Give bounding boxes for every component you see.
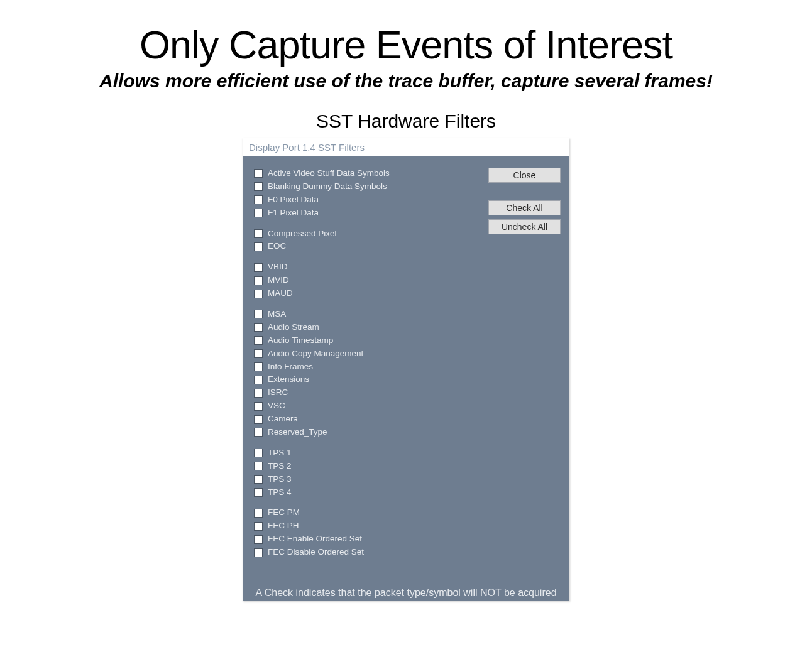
filter-checkbox[interactable]	[254, 428, 263, 437]
section-header: SST Hardware Filters	[0, 111, 812, 132]
filter-label: Audio Timestamp	[268, 335, 333, 347]
filter-checkbox[interactable]	[254, 195, 263, 204]
filter-row[interactable]: F0 Pixel Data	[254, 194, 442, 206]
filter-row[interactable]: Audio Timestamp	[254, 335, 442, 347]
filter-label: FEC Disable Ordered Set	[268, 546, 364, 558]
filter-row[interactable]: FEC Disable Ordered Set	[254, 546, 442, 558]
filter-label: MSA	[268, 308, 286, 320]
filter-checkbox[interactable]	[254, 488, 263, 497]
filter-label: Info Frames	[268, 361, 313, 373]
page-title: Only Capture Events of Interest	[0, 22, 812, 67]
filter-checkbox[interactable]	[254, 522, 263, 531]
filter-checkbox[interactable]	[254, 209, 263, 217]
filter-label: TPS 3	[268, 474, 292, 486]
close-button[interactable]: Close	[488, 168, 561, 183]
filter-label: Audio Stream	[268, 322, 319, 334]
filters-column: Active Video Stuff Data SymbolsBlanking …	[254, 168, 442, 558]
footer-note: A Check indicates that the packet type/s…	[243, 584, 569, 601]
dialog-title: Display Port 1.4 SST Filters	[243, 138, 569, 156]
check-all-button[interactable]: Check All	[488, 200, 561, 215]
filter-row[interactable]: TPS 4	[254, 487, 442, 499]
filter-checkbox[interactable]	[254, 402, 263, 411]
filter-label: VBID	[268, 261, 288, 273]
filter-checkbox[interactable]	[254, 462, 263, 470]
filter-row[interactable]: VBID	[254, 261, 442, 273]
filter-checkbox[interactable]	[254, 229, 263, 238]
filter-checkbox[interactable]	[254, 415, 263, 424]
filter-group: FEC PMFEC PHFEC Enable Ordered SetFEC Di…	[254, 507, 442, 558]
filter-row[interactable]: TPS 3	[254, 474, 442, 486]
filter-checkbox[interactable]	[254, 276, 263, 285]
filter-label: TPS 1	[268, 447, 292, 459]
filter-checkbox[interactable]	[254, 290, 263, 298]
filter-row[interactable]: Reserved_Type	[254, 427, 442, 438]
filter-label: TPS 2	[268, 460, 292, 472]
filter-row[interactable]: MAUD	[254, 288, 442, 300]
filter-label: FEC PH	[268, 520, 299, 532]
filter-checkbox[interactable]	[254, 169, 263, 178]
filter-checkbox[interactable]	[254, 242, 263, 251]
filter-row[interactable]: MVID	[254, 275, 442, 286]
filter-checkbox[interactable]	[254, 349, 263, 358]
filter-row[interactable]: FEC PM	[254, 507, 442, 519]
filter-label: VSC	[268, 400, 285, 412]
filter-group: VBIDMVIDMAUD	[254, 261, 442, 300]
filter-checkbox[interactable]	[254, 263, 263, 272]
filter-row[interactable]: Compressed Pixel	[254, 228, 442, 240]
filter-row[interactable]: Audio Stream	[254, 322, 442, 334]
filter-label: Extensions	[268, 374, 309, 386]
filter-label: Camera	[268, 413, 298, 425]
filter-label: Audio Copy Management	[268, 348, 363, 360]
filter-checkbox[interactable]	[254, 362, 263, 371]
filter-row[interactable]: Extensions	[254, 374, 442, 386]
filter-row[interactable]: Camera	[254, 413, 442, 425]
buttons-column: Close Check All Uncheck All	[488, 168, 561, 234]
filter-row[interactable]: ISRC	[254, 387, 442, 399]
filter-row[interactable]: TPS 2	[254, 460, 442, 472]
filter-checkbox[interactable]	[254, 548, 263, 557]
filter-checkbox[interactable]	[254, 182, 263, 191]
filter-group: MSAAudio StreamAudio TimestampAudio Copy…	[254, 308, 442, 438]
uncheck-all-button[interactable]: Uncheck All	[488, 219, 561, 234]
filter-row[interactable]: Blanking Dummy Data Symbols	[254, 181, 442, 193]
filter-label: Active Video Stuff Data Symbols	[268, 168, 390, 180]
filter-label: F0 Pixel Data	[268, 194, 319, 206]
sst-filters-dialog: Display Port 1.4 SST Filters Active Vide…	[243, 138, 569, 601]
filter-checkbox[interactable]	[254, 310, 263, 318]
filter-label: TPS 4	[268, 487, 292, 499]
filter-checkbox[interactable]	[254, 475, 263, 484]
filter-checkbox[interactable]	[254, 449, 263, 457]
filter-label: FEC Enable Ordered Set	[268, 533, 362, 545]
filter-label: F1 Pixel Data	[268, 207, 319, 219]
filter-label: FEC PM	[268, 507, 300, 519]
filter-checkbox[interactable]	[254, 509, 263, 518]
page-subtitle: Allows more efficient use of the trace b…	[0, 70, 812, 92]
filter-label: Reserved_Type	[268, 427, 327, 438]
filter-row[interactable]: TPS 1	[254, 447, 442, 459]
filter-label: MAUD	[268, 288, 293, 300]
filter-checkbox[interactable]	[254, 323, 263, 332]
filter-row[interactable]: Info Frames	[254, 361, 442, 373]
filter-label: ISRC	[268, 387, 288, 399]
filter-label: Compressed Pixel	[268, 228, 337, 240]
filter-row[interactable]: EOC	[254, 241, 442, 253]
filter-row[interactable]: Audio Copy Management	[254, 348, 442, 360]
filter-checkbox[interactable]	[254, 389, 263, 398]
filter-row[interactable]: VSC	[254, 400, 442, 412]
filter-group: Compressed PixelEOC	[254, 228, 442, 253]
filter-label: Blanking Dummy Data Symbols	[268, 181, 387, 193]
filter-label: EOC	[268, 241, 286, 253]
filter-checkbox[interactable]	[254, 336, 263, 345]
dialog-body: Active Video Stuff Data SymbolsBlanking …	[243, 156, 569, 584]
filter-row[interactable]: FEC Enable Ordered Set	[254, 533, 442, 545]
filter-row[interactable]: Active Video Stuff Data Symbols	[254, 168, 442, 180]
filter-checkbox[interactable]	[254, 535, 263, 544]
filter-row[interactable]: F1 Pixel Data	[254, 207, 442, 219]
filter-checkbox[interactable]	[254, 376, 263, 384]
filter-row[interactable]: MSA	[254, 308, 442, 320]
filter-label: MVID	[268, 275, 289, 286]
filter-group: TPS 1TPS 2TPS 3TPS 4	[254, 447, 442, 499]
filter-group: Active Video Stuff Data SymbolsBlanking …	[254, 168, 442, 219]
filter-row[interactable]: FEC PH	[254, 520, 442, 532]
